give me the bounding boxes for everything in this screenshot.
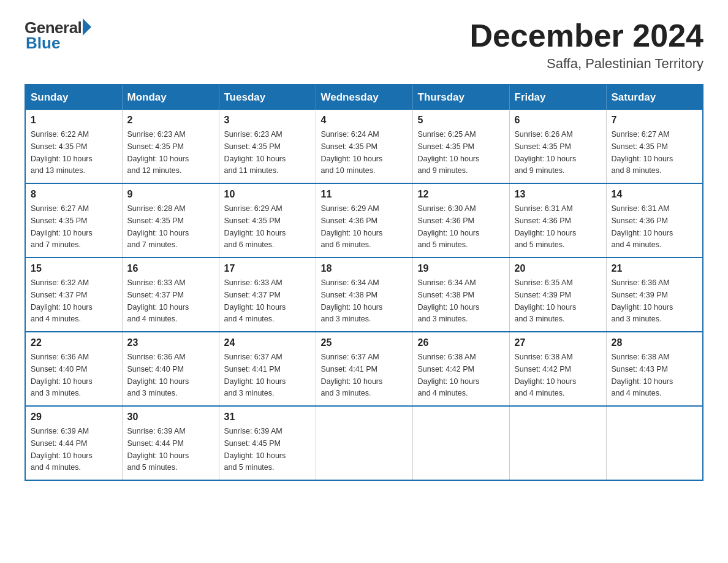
calendar-cell — [606, 406, 703, 480]
calendar-cell: 24 Sunrise: 6:37 AMSunset: 4:41 PMDaylig… — [219, 332, 316, 406]
day-info: Sunrise: 6:29 AMSunset: 4:36 PMDaylight:… — [321, 204, 383, 249]
day-number: 9 — [127, 189, 214, 200]
day-number: 31 — [224, 412, 311, 423]
calendar-cell: 20 Sunrise: 6:35 AMSunset: 4:39 PMDaylig… — [509, 258, 606, 332]
calendar-cell: 16 Sunrise: 6:33 AMSunset: 4:37 PMDaylig… — [122, 258, 219, 332]
day-info: Sunrise: 6:23 AMSunset: 4:35 PMDaylight:… — [224, 130, 286, 175]
day-info: Sunrise: 6:32 AMSunset: 4:37 PMDaylight:… — [31, 278, 93, 323]
calendar-cell: 13 Sunrise: 6:31 AMSunset: 4:36 PMDaylig… — [509, 183, 606, 258]
weekday-header-wednesday: Wednesday — [316, 85, 412, 110]
calendar-cell: 7 Sunrise: 6:27 AMSunset: 4:35 PMDayligh… — [606, 110, 703, 183]
month-year-title: December 2024 — [469, 18, 703, 53]
day-number: 11 — [321, 189, 408, 200]
day-number: 18 — [321, 263, 408, 274]
day-info: Sunrise: 6:36 AMSunset: 4:40 PMDaylight:… — [31, 353, 93, 397]
weekday-header-sunday: Sunday — [25, 85, 122, 110]
calendar-week-row: 29 Sunrise: 6:39 AMSunset: 4:44 PMDaylig… — [25, 406, 703, 480]
day-info: Sunrise: 6:38 AMSunset: 4:42 PMDaylight:… — [418, 353, 480, 397]
calendar-cell: 22 Sunrise: 6:36 AMSunset: 4:40 PMDaylig… — [25, 332, 122, 406]
day-info: Sunrise: 6:38 AMSunset: 4:43 PMDaylight:… — [612, 353, 673, 397]
day-number: 10 — [224, 189, 311, 200]
day-number: 23 — [127, 337, 214, 348]
calendar-cell: 23 Sunrise: 6:36 AMSunset: 4:40 PMDaylig… — [122, 332, 219, 406]
day-info: Sunrise: 6:38 AMSunset: 4:42 PMDaylight:… — [515, 353, 577, 397]
calendar-cell: 30 Sunrise: 6:39 AMSunset: 4:44 PMDaylig… — [122, 406, 219, 480]
day-info: Sunrise: 6:22 AMSunset: 4:35 PMDaylight:… — [31, 130, 93, 175]
calendar-cell: 2 Sunrise: 6:23 AMSunset: 4:35 PMDayligh… — [122, 110, 219, 183]
day-number: 19 — [418, 263, 504, 274]
day-number: 20 — [515, 263, 601, 274]
day-info: Sunrise: 6:25 AMSunset: 4:35 PMDaylight:… — [418, 130, 480, 175]
weekday-header-saturday: Saturday — [606, 85, 703, 110]
day-info: Sunrise: 6:27 AMSunset: 4:35 PMDaylight:… — [31, 204, 93, 249]
calendar-cell: 18 Sunrise: 6:34 AMSunset: 4:38 PMDaylig… — [316, 258, 412, 332]
day-number: 30 — [127, 412, 214, 423]
calendar-week-row: 1 Sunrise: 6:22 AMSunset: 4:35 PMDayligh… — [25, 110, 703, 183]
day-number: 16 — [127, 263, 214, 274]
day-number: 4 — [321, 115, 408, 126]
weekday-header-row: SundayMondayTuesdayWednesdayThursdayFrid… — [25, 85, 703, 110]
day-info: Sunrise: 6:24 AMSunset: 4:35 PMDaylight:… — [321, 130, 383, 175]
day-info: Sunrise: 6:34 AMSunset: 4:38 PMDaylight:… — [418, 278, 480, 323]
logo-blue-text: Blue — [26, 34, 60, 53]
logo-triangle-icon — [83, 18, 91, 36]
calendar-cell — [316, 406, 412, 480]
calendar-cell: 4 Sunrise: 6:24 AMSunset: 4:35 PMDayligh… — [316, 110, 412, 183]
calendar-cell: 14 Sunrise: 6:31 AMSunset: 4:36 PMDaylig… — [606, 183, 703, 258]
logo: General Blue — [25, 18, 91, 53]
day-number: 17 — [224, 263, 311, 274]
calendar-cell: 8 Sunrise: 6:27 AMSunset: 4:35 PMDayligh… — [25, 183, 122, 258]
day-info: Sunrise: 6:29 AMSunset: 4:35 PMDaylight:… — [224, 204, 286, 249]
day-number: 27 — [515, 337, 601, 348]
day-info: Sunrise: 6:33 AMSunset: 4:37 PMDaylight:… — [127, 278, 189, 323]
day-info: Sunrise: 6:26 AMSunset: 4:35 PMDaylight:… — [515, 130, 577, 175]
day-number: 13 — [515, 189, 601, 200]
calendar-cell: 15 Sunrise: 6:32 AMSunset: 4:37 PMDaylig… — [25, 258, 122, 332]
day-info: Sunrise: 6:36 AMSunset: 4:40 PMDaylight:… — [127, 353, 189, 397]
calendar-cell: 6 Sunrise: 6:26 AMSunset: 4:35 PMDayligh… — [509, 110, 606, 183]
calendar-table: SundayMondayTuesdayWednesdayThursdayFrid… — [25, 84, 703, 481]
day-info: Sunrise: 6:39 AMSunset: 4:44 PMDaylight:… — [127, 427, 189, 472]
day-number: 5 — [418, 115, 504, 126]
calendar-cell: 26 Sunrise: 6:38 AMSunset: 4:42 PMDaylig… — [412, 332, 509, 406]
day-info: Sunrise: 6:30 AMSunset: 4:36 PMDaylight:… — [418, 204, 480, 249]
calendar-cell: 12 Sunrise: 6:30 AMSunset: 4:36 PMDaylig… — [412, 183, 509, 258]
day-number: 15 — [31, 263, 117, 274]
day-info: Sunrise: 6:31 AMSunset: 4:36 PMDaylight:… — [515, 204, 577, 249]
day-number: 28 — [612, 337, 698, 348]
calendar-cell: 3 Sunrise: 6:23 AMSunset: 4:35 PMDayligh… — [219, 110, 316, 183]
day-number: 21 — [612, 263, 698, 274]
calendar-cell: 17 Sunrise: 6:33 AMSunset: 4:37 PMDaylig… — [219, 258, 316, 332]
day-info: Sunrise: 6:37 AMSunset: 4:41 PMDaylight:… — [321, 353, 383, 397]
calendar-cell — [412, 406, 509, 480]
day-info: Sunrise: 6:36 AMSunset: 4:39 PMDaylight:… — [612, 278, 673, 323]
day-number: 26 — [418, 337, 504, 348]
calendar-week-row: 22 Sunrise: 6:36 AMSunset: 4:40 PMDaylig… — [25, 332, 703, 406]
calendar-cell: 11 Sunrise: 6:29 AMSunset: 4:36 PMDaylig… — [316, 183, 412, 258]
day-number: 24 — [224, 337, 311, 348]
day-number: 25 — [321, 337, 408, 348]
day-number: 2 — [127, 115, 214, 126]
day-number: 14 — [612, 189, 698, 200]
day-number: 12 — [418, 189, 504, 200]
day-number: 7 — [612, 115, 698, 126]
calendar-cell: 28 Sunrise: 6:38 AMSunset: 4:43 PMDaylig… — [606, 332, 703, 406]
day-info: Sunrise: 6:27 AMSunset: 4:35 PMDaylight:… — [612, 130, 673, 175]
page-header: General Blue December 2024 Saffa, Palest… — [25, 18, 703, 72]
day-number: 8 — [31, 189, 117, 200]
day-info: Sunrise: 6:31 AMSunset: 4:36 PMDaylight:… — [612, 204, 673, 249]
day-number: 3 — [224, 115, 311, 126]
day-info: Sunrise: 6:28 AMSunset: 4:35 PMDaylight:… — [127, 204, 189, 249]
weekday-header-monday: Monday — [122, 85, 219, 110]
calendar-cell: 31 Sunrise: 6:39 AMSunset: 4:45 PMDaylig… — [219, 406, 316, 480]
day-info: Sunrise: 6:37 AMSunset: 4:41 PMDaylight:… — [224, 353, 286, 397]
calendar-cell: 21 Sunrise: 6:36 AMSunset: 4:39 PMDaylig… — [606, 258, 703, 332]
calendar-cell: 10 Sunrise: 6:29 AMSunset: 4:35 PMDaylig… — [219, 183, 316, 258]
calendar-cell — [509, 406, 606, 480]
day-number: 29 — [31, 412, 117, 423]
calendar-week-row: 15 Sunrise: 6:32 AMSunset: 4:37 PMDaylig… — [25, 258, 703, 332]
day-number: 1 — [31, 115, 117, 126]
calendar-week-row: 8 Sunrise: 6:27 AMSunset: 4:35 PMDayligh… — [25, 183, 703, 258]
calendar-cell: 5 Sunrise: 6:25 AMSunset: 4:35 PMDayligh… — [412, 110, 509, 183]
calendar-cell: 29 Sunrise: 6:39 AMSunset: 4:44 PMDaylig… — [25, 406, 122, 480]
